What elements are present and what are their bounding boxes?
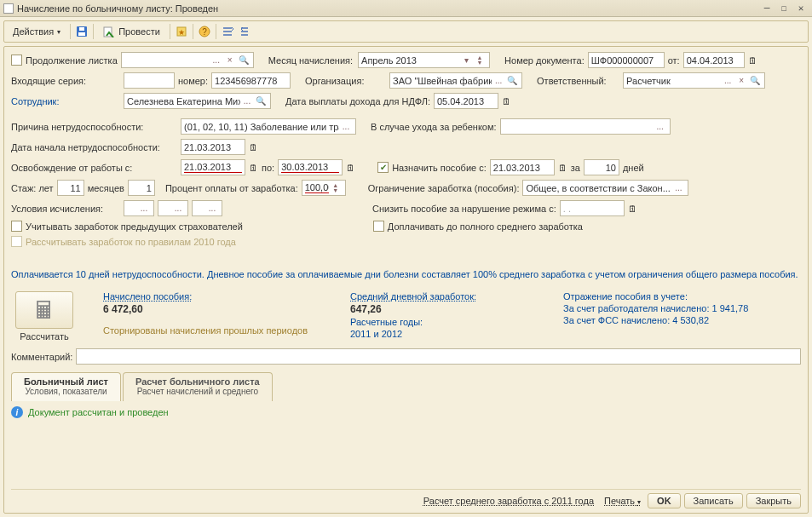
paypct-input[interactable]: 100,00 ▲▼	[302, 180, 346, 196]
prev-insurers-checkbox[interactable]	[11, 221, 22, 232]
resp-input[interactable]: Расчетчик ... × 🔍	[623, 72, 765, 89]
save-icon[interactable]	[75, 25, 89, 38]
ellipsis-icon[interactable]: ...	[721, 73, 734, 88]
comment-input[interactable]	[76, 348, 801, 365]
maximize-button[interactable]: ☐	[776, 3, 792, 14]
spinner-icon[interactable]: ▲▼	[329, 181, 343, 195]
inseries-input[interactable]	[124, 72, 175, 89]
ellipsis-icon[interactable]: ...	[171, 201, 185, 215]
reduce-date-input[interactable]: . .	[560, 200, 625, 216]
calendar-icon[interactable]: 🗓	[558, 163, 567, 173]
search-icon[interactable]: 🔍	[505, 73, 519, 88]
continuation-checkbox[interactable]	[11, 55, 22, 66]
account-label: Отражение пособия в учете:	[563, 291, 748, 302]
svg-rect-1	[78, 32, 85, 36]
calendar-icon[interactable]: 🗓	[502, 96, 511, 106]
stazh-years-input[interactable]: 11	[57, 180, 84, 196]
accrued-label[interactable]: Начислено пособия:	[103, 291, 325, 302]
docnum-input[interactable]: ШФ000000007	[588, 52, 665, 68]
spinner-icon[interactable]: ▲▼	[473, 53, 487, 67]
close-window-button[interactable]: ✕	[793, 3, 809, 14]
release-to-input[interactable]: 30.03.2013	[278, 159, 343, 175]
childcare-input[interactable]: ...	[500, 118, 671, 135]
avgdaily-value: 647,26	[350, 303, 538, 315]
document-icon	[3, 3, 14, 14]
rules2010-checkbox	[11, 236, 22, 247]
tab-calculation[interactable]: Расчет больничного листа Расчет начислен…	[123, 372, 273, 401]
print-menu[interactable]: Печать ▾	[601, 494, 644, 508]
minimize-button[interactable]: ─	[759, 3, 775, 14]
limit-input[interactable]: Общее, в соответствии с Закон... ...	[522, 180, 688, 196]
ellipsis-icon[interactable]: ...	[205, 201, 219, 215]
continuation-label: Продолжение листка	[26, 55, 118, 66]
ellipsis-icon[interactable]: ...	[240, 94, 254, 108]
calendar-icon[interactable]: 🗓	[748, 55, 757, 66]
employee-label[interactable]: Сотрудник:	[11, 96, 120, 106]
save-button[interactable]: Записать	[684, 493, 743, 508]
toolbar: Действия▾ Провести ★ ?	[3, 20, 809, 43]
close-button[interactable]: Закрыть	[746, 493, 801, 508]
innum-input[interactable]: 123456987778	[211, 72, 291, 89]
ok-button[interactable]: OK	[648, 493, 681, 508]
calendar-icon[interactable]: 🗓	[346, 163, 355, 173]
reason-input[interactable]: (01, 02, 10, 11) Заболевание или травм..…	[181, 118, 356, 135]
calculate-button[interactable]: 🖩	[15, 291, 73, 329]
window-title: Начисление по больничному листу: Проведе…	[17, 3, 218, 14]
ellipsis-icon[interactable]: ...	[654, 119, 667, 134]
ellipsis-icon[interactable]: ...	[492, 73, 505, 88]
accrued-value: 6 472,60	[103, 303, 325, 315]
tab-sick-leave[interactable]: Больничный лист Условия, показатели	[11, 372, 121, 401]
actions-menu[interactable]: Действия▾	[8, 25, 66, 38]
ellipsis-icon[interactable]: ...	[671, 181, 685, 195]
flag-icon[interactable]: ★	[175, 25, 188, 38]
list-outdent-icon[interactable]	[237, 25, 251, 38]
assign-days-input[interactable]: 10	[584, 159, 619, 175]
calc-cond-1-input[interactable]: ...	[124, 200, 154, 216]
paypct-label: Процент оплаты от заработка:	[165, 183, 298, 193]
avg2011-link[interactable]: Расчет среднего заработка с 2011 года	[420, 494, 597, 508]
fss-line: За счет ФСС начислено: 4 530,82	[563, 315, 748, 325]
ellipsis-icon[interactable]: ...	[339, 119, 353, 134]
start-date-input[interactable]: 21.03.2013	[181, 139, 245, 155]
calendar-icon[interactable]: 🗓	[628, 204, 637, 214]
ellipsis-icon[interactable]: ...	[137, 201, 151, 215]
clear-icon[interactable]: ×	[223, 53, 237, 67]
assign-from-input[interactable]: 21.03.2013	[490, 159, 555, 175]
footer: Расчет среднего заработка с 2011 года Пе…	[11, 489, 801, 509]
dropdown-icon[interactable]: ▾	[459, 53, 473, 67]
tabs: Больничный лист Условия, показатели Расч…	[11, 372, 801, 401]
comment-label: Комментарий:	[11, 352, 72, 362]
employer-line: За счет работодателя начислено: 1 941,78	[563, 303, 748, 313]
rules2010-label: Рассчитывать заработок по правилам 2010 …	[26, 237, 236, 247]
continuation-input[interactable]: ... × 🔍	[121, 52, 254, 68]
search-icon[interactable]: 🔍	[748, 73, 762, 88]
info-text: Оплачивается 10 дней нетрудоспособности.…	[11, 268, 801, 281]
help-icon[interactable]: ?	[198, 25, 211, 38]
org-input[interactable]: ЗАО "Швейная фабрика" ... 🔍	[389, 72, 522, 89]
list-indent-icon[interactable]	[221, 25, 234, 38]
post-button[interactable]: Провести	[98, 24, 165, 39]
assign-for-label: за	[571, 163, 580, 173]
calendar-icon[interactable]: 🗓	[249, 163, 258, 173]
assign-from-label: Назначить пособие с:	[392, 163, 487, 173]
calc-cond-3-input[interactable]: ...	[192, 200, 222, 216]
docdate-input[interactable]: 04.04.2013	[683, 52, 745, 68]
search-icon[interactable]: 🔍	[237, 53, 251, 67]
month-input[interactable]: Апрель 2013 ▾ ▲▼	[358, 52, 490, 68]
calc-years-value: 2011 и 2012	[350, 329, 538, 339]
search-icon[interactable]: 🔍	[254, 94, 268, 108]
employee-input[interactable]: Селезнева Екатерина Михай... ... 🔍	[124, 93, 271, 109]
calendar-icon[interactable]: 🗓	[249, 142, 258, 152]
release-from-input[interactable]: 21.03.2013	[181, 159, 245, 175]
start-date-label: Дата начала нетрудоспособности:	[11, 142, 177, 152]
svg-text:★: ★	[178, 28, 185, 37]
ellipsis-icon[interactable]: ...	[210, 53, 223, 67]
ndfl-date-input[interactable]: 05.04.2013	[434, 93, 498, 109]
titlebar: Начисление по больничному листу: Проведе…	[0, 0, 812, 17]
avgdaily-label[interactable]: Средний дневной заработок:	[350, 291, 538, 302]
stazh-months-input[interactable]: 1	[128, 180, 155, 196]
calc-cond-2-input[interactable]: ...	[158, 200, 188, 216]
fullavg-checkbox[interactable]	[373, 221, 384, 232]
assign-benefit-checkbox[interactable]: ✔	[377, 162, 389, 173]
clear-icon[interactable]: ×	[734, 73, 748, 88]
